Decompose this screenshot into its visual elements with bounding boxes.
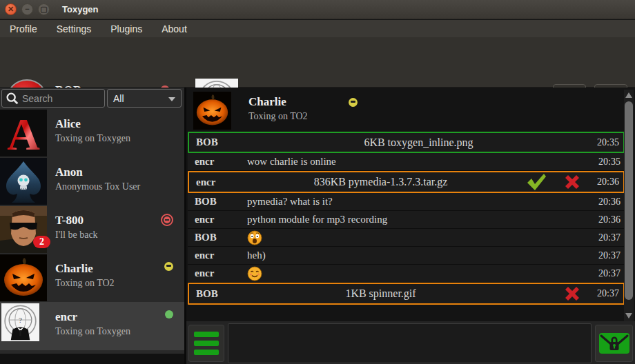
contact-name: T-800 bbox=[55, 214, 98, 228]
chevron-down-icon bbox=[168, 97, 175, 101]
message-sender: encr bbox=[195, 214, 247, 225]
minimize-icon[interactable]: − bbox=[21, 3, 33, 15]
title-bar: ✕ − ▢ Toxygen bbox=[0, 0, 635, 19]
message-sender: BOB bbox=[195, 196, 247, 208]
contact-status-message: Toxing on Toxygen bbox=[55, 133, 130, 144]
chat-peer-name: Charlie bbox=[248, 95, 308, 109]
menu-about[interactable]: About bbox=[152, 20, 197, 37]
contact-charlie[interactable]: Charlie Toxing on TO2 bbox=[0, 254, 184, 302]
filter-value: All bbox=[113, 93, 124, 104]
message-text: pymedia? what is it? bbox=[247, 196, 590, 208]
toxygen-window: ✕ − ▢ Toxygen Profile Settings Plugins A… bbox=[0, 0, 635, 364]
contact-filter-dropdown[interactable]: All bbox=[107, 89, 182, 108]
menu-settings[interactable]: Settings bbox=[47, 20, 101, 37]
shocked-emoji-icon bbox=[247, 230, 262, 245]
message-row: encr 20:37 bbox=[188, 265, 625, 283]
message-emoji bbox=[247, 266, 590, 281]
encr-avatar: ? bbox=[1, 303, 39, 341]
close-icon[interactable]: ✕ bbox=[5, 3, 17, 15]
sidebar-bottom-strip bbox=[0, 354, 184, 364]
message-time: 20:37 bbox=[590, 232, 621, 243]
window-title: Toxygen bbox=[62, 4, 99, 14]
charlie-avatar bbox=[0, 254, 47, 301]
decline-file-button[interactable] bbox=[563, 172, 582, 192]
decline-file-button[interactable] bbox=[563, 284, 582, 303]
contact-t800[interactable]: 2 T-800 I'll be back bbox=[0, 205, 184, 254]
encrypted-envelope-icon bbox=[598, 331, 630, 356]
contact-name: encr bbox=[55, 310, 130, 324]
message-time: 20:36 bbox=[589, 176, 619, 188]
chat-scrollbar[interactable] bbox=[624, 90, 634, 321]
away-status-icon bbox=[349, 98, 358, 107]
message-sender: encr bbox=[195, 156, 247, 168]
contact-sidebar: All A Alice Toxing on Toxygen bbox=[0, 88, 184, 364]
contact-status-message: Anonymous Tox User bbox=[55, 181, 140, 192]
contact-status-message: I'll be back bbox=[55, 230, 98, 241]
anon-avatar bbox=[0, 158, 47, 205]
away-status-icon bbox=[164, 262, 173, 271]
chat-peer-status-message: Toxing on TO2 bbox=[248, 111, 308, 122]
message-row: encr wow charlie is online 20:35 bbox=[188, 153, 625, 171]
file-transfer-row: BOB 1KB spinner.gif 20:37 bbox=[188, 283, 625, 305]
header-strip: B BOB Looking for Python dev… ? encr Tox… bbox=[0, 37, 635, 88]
smile-emoji-icon bbox=[247, 266, 262, 281]
message-input[interactable] bbox=[228, 323, 592, 363]
online-status-icon bbox=[165, 310, 173, 318]
svg-text:A: A bbox=[7, 110, 40, 156]
file-transfer-label: 836KB pymedia-1.3.7.3.tar.gz bbox=[248, 176, 513, 188]
unread-count-badge: 2 bbox=[33, 236, 50, 248]
contact-name: Alice bbox=[55, 117, 130, 131]
message-sender: BOB bbox=[196, 136, 248, 148]
search-row: All bbox=[0, 88, 184, 109]
chat-peer-header: Charlie Toxing on TO2 bbox=[188, 90, 623, 130]
message-emoji bbox=[247, 230, 590, 245]
scrollbar-thumb[interactable] bbox=[625, 101, 633, 300]
message-row: encr heh) 20:37 bbox=[188, 247, 625, 265]
file-transfer-label: 1KB spinner.gif bbox=[248, 287, 513, 300]
scroll-down-icon[interactable] bbox=[625, 313, 632, 318]
contact-status-message: Toxing on TO2 bbox=[55, 278, 115, 289]
contact-anon[interactable]: Anon Anonymous Tox User bbox=[0, 157, 184, 205]
contact-encr[interactable]: ? encr Toxing on Toxygen bbox=[0, 302, 184, 350]
message-time: 20:37 bbox=[590, 268, 621, 279]
file-transfer-row: BOB 6KB toxygen_inline.png 20:35 bbox=[188, 132, 625, 153]
hamburger-icon bbox=[194, 332, 219, 337]
message-sender: encr bbox=[196, 176, 248, 188]
message-time: 20:35 bbox=[589, 137, 619, 148]
message-sender: encr bbox=[195, 267, 247, 279]
svg-text:?: ? bbox=[19, 316, 22, 324]
message-text: heh) bbox=[247, 250, 590, 261]
message-text: wow charlie is online bbox=[247, 156, 590, 168]
message-text: python module for mp3 recording bbox=[247, 214, 590, 225]
menu-profile[interactable]: Profile bbox=[0, 20, 47, 37]
file-transfer-label: 6KB toxygen_inline.png bbox=[248, 136, 589, 149]
contact-name: Charlie bbox=[55, 262, 115, 276]
maximize-icon[interactable]: ▢ bbox=[38, 3, 50, 15]
contact-name: Anon bbox=[55, 165, 140, 179]
message-input-bar bbox=[186, 321, 635, 364]
scroll-up-icon[interactable] bbox=[625, 92, 632, 98]
charlie-avatar bbox=[193, 92, 231, 130]
message-sender: BOB bbox=[195, 232, 247, 243]
send-message-button[interactable] bbox=[595, 325, 633, 362]
search-icon bbox=[5, 91, 20, 106]
message-sender: BOB bbox=[196, 288, 248, 300]
search-box[interactable] bbox=[1, 89, 105, 108]
search-input[interactable] bbox=[22, 93, 101, 104]
contact-alice[interactable]: A Alice Toxing on Toxygen bbox=[0, 109, 184, 157]
message-row: encr python module for mp3 recording 20:… bbox=[188, 211, 625, 229]
message-list: BOB 6KB toxygen_inline.png 20:35 encr wo… bbox=[188, 132, 625, 305]
message-time: 20:37 bbox=[590, 250, 621, 261]
message-time: 20:36 bbox=[590, 214, 621, 225]
contact-list: A Alice Toxing on Toxygen bbox=[0, 109, 184, 350]
smileys-menu-button[interactable] bbox=[188, 325, 224, 362]
accept-file-button[interactable] bbox=[525, 172, 547, 192]
alice-avatar: A bbox=[0, 110, 47, 156]
message-time: 20:37 bbox=[589, 288, 619, 299]
message-row: BOB pymedia? what is it? 20:36 bbox=[188, 193, 625, 211]
message-time: 20:35 bbox=[590, 156, 621, 168]
menu-plugins[interactable]: Plugins bbox=[101, 20, 152, 37]
busy-status-icon bbox=[161, 214, 173, 226]
menu-bar: Profile Settings Plugins About bbox=[0, 20, 635, 37]
contact-status-message: Toxing on Toxygen bbox=[55, 326, 130, 337]
